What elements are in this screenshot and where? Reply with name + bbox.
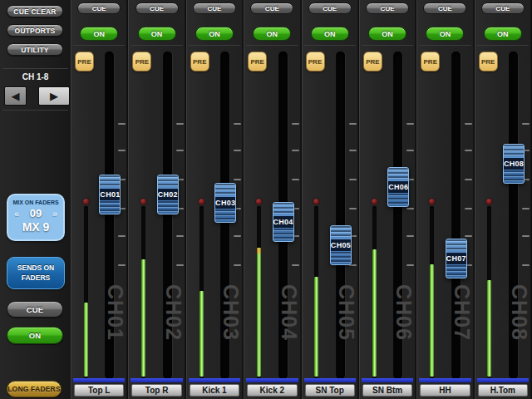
strip-divider xyxy=(131,45,182,46)
fader-scale-tick xyxy=(522,264,530,266)
channel-color-bar xyxy=(362,378,413,382)
channel-name[interactable]: Kick 2 xyxy=(247,384,297,397)
channel-name[interactable]: SN Btm xyxy=(362,384,412,397)
level-meter xyxy=(314,206,318,378)
sidebar-cue-button[interactable]: CUE xyxy=(7,301,63,318)
channel-strip: CUE ON PRE CH07 CH07 xyxy=(416,0,473,399)
peak-led xyxy=(372,199,377,204)
sends-on-faders-button[interactable]: SENDS ON FADERS xyxy=(7,257,65,289)
strip-divider xyxy=(246,45,298,46)
fader-scale-tick xyxy=(234,179,241,180)
channel-name[interactable]: SN Top xyxy=(305,384,355,397)
fader-cap[interactable]: CH01 xyxy=(99,175,121,214)
fader-scale-tick xyxy=(522,235,530,237)
fader-scale-tick xyxy=(522,123,530,125)
level-meter-peak-tip xyxy=(257,248,261,254)
fader-cap-ridges xyxy=(215,209,235,222)
fader-cap-band: CH07 xyxy=(446,253,466,264)
channel-name[interactable]: Top L xyxy=(74,384,124,397)
long-faders-button[interactable]: LONG FADERS xyxy=(7,381,62,397)
fader-scale-tick xyxy=(406,150,414,151)
channel-on-button[interactable]: ON xyxy=(368,27,406,41)
channel-cue-button[interactable]: CUE xyxy=(481,2,525,14)
level-meter-fill xyxy=(141,259,145,377)
fader-cap[interactable]: CH07 xyxy=(446,239,467,278)
fader-scale-tick xyxy=(176,235,184,237)
sidebar: CUE CLEAR OUTPORTS UTILITY CH 1-8 ◀ ▶ MI… xyxy=(0,0,71,399)
utility-button[interactable]: UTILITY xyxy=(7,43,63,56)
channel-color-bar xyxy=(189,378,240,382)
level-meter-fill xyxy=(430,264,434,377)
fader-scale-tick xyxy=(406,208,414,209)
channel-on-button[interactable]: ON xyxy=(138,27,176,41)
fader-cap-label: CH01 xyxy=(100,190,120,199)
cue-clear-button[interactable]: CUE CLEAR xyxy=(7,5,63,17)
fader-cap[interactable]: CH05 xyxy=(330,225,352,265)
channel-on-button[interactable]: ON xyxy=(426,27,464,41)
pre-badge[interactable]: PRE xyxy=(75,52,94,71)
mix-prev-icon[interactable]: « xyxy=(14,209,19,219)
fader-cap-ridges xyxy=(446,265,466,278)
pre-badge[interactable]: PRE xyxy=(190,52,209,71)
fader-cap[interactable]: CH08 xyxy=(503,144,525,184)
channel-name[interactable]: Top R xyxy=(131,384,181,397)
fader-cap[interactable]: CH03 xyxy=(214,183,236,223)
channel-cue-button[interactable]: CUE xyxy=(77,2,121,14)
bank-next-button[interactable]: ▶ xyxy=(38,86,70,106)
channel-cue-button[interactable]: CUE xyxy=(135,2,179,14)
pre-badge[interactable]: PRE xyxy=(132,52,151,71)
fader-cap-band: CH04 xyxy=(273,216,293,228)
channel-strip: CUE ON PRE CH03 CH03 xyxy=(186,0,243,399)
fader-cap-band: CH05 xyxy=(331,239,351,251)
channel-cue-button[interactable]: CUE xyxy=(250,2,293,14)
level-meter xyxy=(372,206,377,378)
fader-scale-tick xyxy=(465,179,472,180)
fader-scale-tick xyxy=(292,264,299,266)
peak-led xyxy=(313,199,319,204)
channel-on-button[interactable]: ON xyxy=(195,27,234,41)
channel-watermark: CH02 xyxy=(163,284,185,376)
level-meter-fill xyxy=(84,303,88,377)
level-meter xyxy=(200,206,204,378)
channel-cue-button[interactable]: CUE xyxy=(423,2,466,14)
fader-scale-tick xyxy=(522,208,530,209)
mix-panel-title: MIX ON FADERS xyxy=(8,200,63,205)
fader-cap[interactable]: CH04 xyxy=(273,202,294,242)
channel-cue-button[interactable]: CUE xyxy=(308,2,352,14)
mix-next-icon[interactable]: » xyxy=(52,209,57,219)
channel-name[interactable]: Kick 1 xyxy=(190,384,239,397)
pre-badge[interactable]: PRE xyxy=(479,52,498,71)
channel-cue-button[interactable]: CUE xyxy=(193,2,236,14)
fader-scale-tick xyxy=(118,150,126,151)
fader-cap-ridges xyxy=(100,201,120,214)
fader-cap-ridges xyxy=(215,184,235,196)
sidebar-on-button[interactable]: ON xyxy=(7,327,63,344)
fader-cap-band: CH03 xyxy=(215,197,235,209)
strip-divider xyxy=(73,45,125,46)
pre-badge[interactable]: PRE xyxy=(421,52,440,71)
channel-strip: CUE ON PRE CH04 CH04 xyxy=(244,0,300,399)
fader-scale-tick xyxy=(118,235,126,237)
pre-badge[interactable]: PRE xyxy=(306,52,325,71)
strip-divider xyxy=(304,45,356,46)
channel-on-button[interactable]: ON xyxy=(311,27,349,41)
pre-badge[interactable]: PRE xyxy=(248,52,267,71)
arrow-left-icon: ◀ xyxy=(12,91,20,101)
channel-cue-button[interactable]: CUE xyxy=(366,2,409,14)
level-meter xyxy=(84,206,88,378)
channel-on-button[interactable]: ON xyxy=(80,27,118,41)
channel-name[interactable]: HH xyxy=(420,384,470,397)
channel-name[interactable]: H.Tom xyxy=(478,384,528,397)
pre-badge[interactable]: PRE xyxy=(363,52,382,71)
bank-prev-button[interactable]: ◀ xyxy=(4,86,27,106)
strip-divider xyxy=(419,45,470,46)
outports-button[interactable]: OUTPORTS xyxy=(7,24,63,37)
mix-on-faders-panel[interactable]: MIX ON FADERS « 09 » MX 9 xyxy=(7,194,65,241)
fader-cap[interactable]: CH06 xyxy=(387,167,409,207)
channel-on-button[interactable]: ON xyxy=(484,27,522,41)
channel-on-button[interactable]: ON xyxy=(253,27,291,41)
level-meter-fill xyxy=(257,248,261,377)
fader-cap[interactable]: CH02 xyxy=(157,175,179,214)
fader-scale-tick xyxy=(234,264,241,266)
channel-watermark: CH01 xyxy=(105,284,126,376)
